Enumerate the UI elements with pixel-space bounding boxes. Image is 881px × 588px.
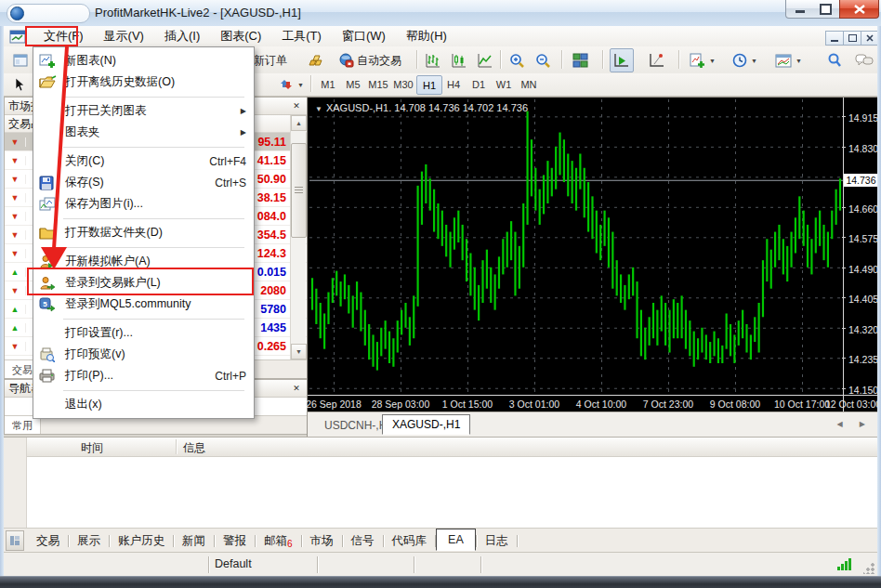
cursor-tool-button[interactable] [9, 74, 30, 95]
menu-charts[interactable]: 图表(C) [210, 26, 271, 46]
open-folder-icon [39, 75, 58, 90]
time-tick-label: 10 Oct 17:00 [774, 399, 830, 410]
menu-item-s[interactable]: 保存(S)Ctrl+S [33, 172, 254, 193]
candlestick-mode-button[interactable] [448, 48, 470, 72]
market-watch-scrollbar[interactable]: ▲ ▼ [290, 115, 306, 359]
autotrade-label: 自动交易 [357, 53, 401, 69]
submenu-arrow-icon: ▶ [241, 107, 246, 115]
bar-chart-mode-button[interactable] [422, 48, 444, 72]
terminal-tab-ea[interactable]: EA [436, 529, 476, 551]
scrollbar-thumb[interactable] [291, 143, 307, 238]
terminal-tab-7[interactable]: 信号 [343, 530, 383, 552]
styler-button[interactable]: ▼ [275, 74, 308, 95]
close-button[interactable] [839, 0, 879, 19]
menu-item-c[interactable]: 关闭(C)Ctrl+F4 [33, 150, 254, 172]
price-tick-mark [842, 147, 846, 148]
mdi-system-icon[interactable] [9, 30, 26, 44]
tile-windows-button[interactable] [569, 48, 592, 72]
scroll-up-icon[interactable]: ▲ [291, 115, 307, 131]
auto-scroll-button[interactable] [610, 48, 634, 72]
menu-item-login-trade-account[interactable]: 登录到交易账户(L) [33, 272, 254, 294]
terminal-tab-10[interactable]: 日志 [477, 530, 517, 552]
app-logo-pill[interactable] [7, 4, 90, 23]
mdi-restore-button[interactable] [843, 31, 861, 46]
print-preview-icon [39, 347, 58, 362]
terminal-tab-5[interactable]: 邮箱6 [256, 530, 301, 552]
market-watch-close-icon[interactable]: ✕ [290, 101, 303, 111]
menu-insert[interactable]: 插入(I) [154, 26, 210, 46]
status-profile[interactable]: Default [215, 557, 252, 570]
indicators-button[interactable]: ▼ [686, 48, 719, 72]
menu-item-o[interactable]: 打开离线历史数据(O) [33, 72, 254, 93]
price-tick-label: 14.915 [848, 112, 878, 124]
terminal-panel-icon[interactable] [6, 530, 24, 551]
column-divider[interactable] [176, 439, 177, 454]
mdi-close-button[interactable] [861, 31, 879, 46]
menu-file[interactable]: 文件(F) [33, 26, 94, 46]
time-tick-label: 28 Sep 03:00 [372, 399, 429, 410]
minimize-button[interactable] [785, 0, 814, 19]
menu-help[interactable]: 帮助(H) [396, 26, 457, 46]
menu-item-d[interactable]: 打开数据文件夹(D) [33, 222, 254, 243]
timeframe-d1[interactable]: D1 [467, 75, 491, 93]
chat-button[interactable] [851, 48, 877, 72]
menu-item-p[interactable]: 打印(P)...Ctrl+P [33, 365, 254, 386]
chart-shift-button[interactable] [645, 48, 669, 72]
gold-button[interactable] [303, 48, 331, 72]
menu-item-a[interactable]: 开新模拟帐户(A) [33, 251, 254, 272]
market-watch-toggle-button[interactable] [9, 48, 32, 72]
scroll-down-icon[interactable]: ▼ [291, 344, 307, 359]
zoom-in-button[interactable] [506, 48, 529, 72]
search-button[interactable] [823, 48, 846, 72]
price-chart[interactable] [309, 99, 843, 395]
templates-button[interactable]: ▼ [771, 48, 806, 72]
resize-grip[interactable] [863, 563, 874, 574]
periods-button[interactable]: ▼ [729, 48, 761, 72]
terminal-tab-3[interactable]: 新闻 [174, 530, 214, 552]
menu-item-[interactable]: 图表夹▶ [33, 122, 254, 143]
line-chart-mode-button[interactable] [474, 48, 496, 72]
navigator-close-icon[interactable]: ✕ [290, 384, 303, 393]
timeframe-h4[interactable]: H4 [441, 75, 466, 93]
column-message[interactable]: 信息 [183, 440, 205, 456]
timeframe-m5[interactable]: M5 [341, 75, 365, 93]
menu-window[interactable]: 窗口(W) [332, 26, 396, 46]
zoom-out-button[interactable] [532, 48, 555, 72]
timeframe-m15[interactable]: M15 [366, 75, 390, 93]
menu-separator [63, 147, 244, 148]
terminal-tab-2[interactable]: 账户历史 [110, 530, 173, 552]
menu-item-label: 关闭(C) [65, 153, 104, 169]
terminal-tab-4[interactable]: 警报 [215, 530, 255, 552]
menu-shortcut: Ctrl+P [215, 370, 246, 383]
terminal-tab-6[interactable]: 市场 [302, 530, 342, 552]
restore-button[interactable] [812, 0, 839, 19]
menu-view[interactable]: 显示(V) [94, 26, 154, 46]
menu-item-[interactable]: 打开已关闭图表▶ [33, 100, 254, 122]
price-axis[interactable]: 14.91514.83014.66014.57514.49014.40514.3… [845, 98, 878, 395]
autotrade-button[interactable]: 自动交易 [335, 48, 405, 72]
time-axis[interactable]: 26 Sep 201828 Sep 03:001 Oct 15:003 Oct … [308, 397, 878, 412]
chart-tab-xagusdh1[interactable]: XAGUSD-,H1 [382, 414, 470, 435]
timeframe-m1[interactable]: M1 [316, 75, 340, 93]
menu-item-n[interactable]: 新图表(N) [33, 50, 254, 72]
timeframe-mn[interactable]: MN [517, 75, 541, 93]
column-time[interactable]: 时间 [81, 440, 103, 456]
menu-tools[interactable]: 工具(T) [271, 26, 332, 46]
timeframe-h1[interactable]: H1 [416, 75, 442, 95]
time-tick-label: 3 Oct 01:00 [509, 399, 559, 410]
menu-item-label: 保存为图片(i)... [65, 196, 143, 212]
chart-collapse-icon[interactable]: ▼ [315, 105, 322, 113]
terminal-tab-1[interactable]: 展示 [69, 530, 109, 552]
menu-item-r[interactable]: 打印设置(r)... [33, 322, 254, 344]
terminal-tab-8[interactable]: 代码库 [384, 530, 436, 552]
mdi-minimize-button[interactable] [825, 31, 844, 46]
timeframe-w1[interactable]: W1 [492, 75, 516, 93]
menu-item-v[interactable]: 打印预览(v) [33, 344, 254, 365]
timeframe-m30[interactable]: M30 [391, 75, 415, 93]
menu-item-i[interactable]: 保存为图片(i)... [33, 193, 254, 215]
menu-item-x[interactable]: 退出(x) [33, 394, 254, 415]
tab-scroll-arrows[interactable]: ◀ ▶ [836, 420, 873, 428]
menu-icon-placeholder [39, 154, 58, 169]
terminal-tab-0[interactable]: 交易 [28, 530, 68, 552]
menu-item-mql5community[interactable]: 5登录到MQL5.community [33, 294, 254, 315]
